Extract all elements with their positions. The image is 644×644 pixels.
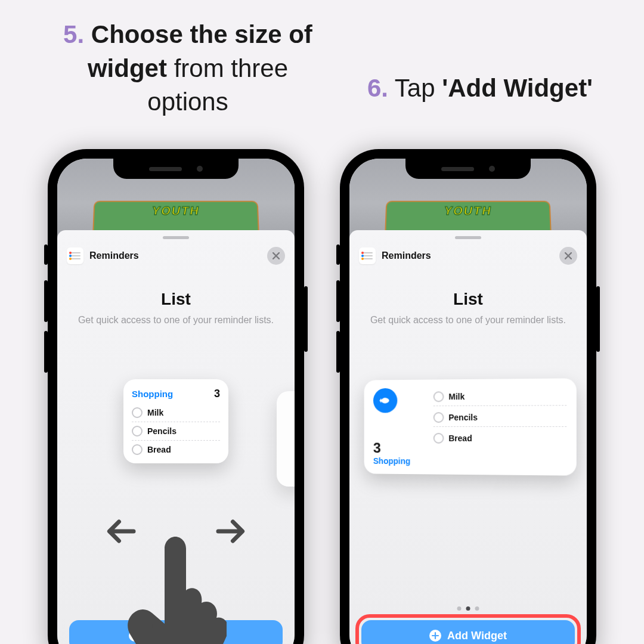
phone-mock-1: YOUTH Reminders List Get quick access to… — [48, 149, 304, 644]
plus-circle-icon — [129, 630, 141, 642]
step-6-pre: Tap — [395, 74, 435, 102]
add-widget-button[interactable]: Add Wi — [69, 620, 283, 644]
arrow-right-icon — [206, 516, 247, 546]
camera-icon — [197, 166, 203, 172]
phone-side-button — [336, 331, 340, 373]
step-5-bold-1: Choose the size of — [91, 20, 312, 48]
add-widget-label: Add Widget — [447, 630, 507, 642]
widget-sheet: Reminders List Get quick access to one o… — [57, 230, 295, 644]
phone-side-button — [44, 244, 48, 265]
list-item-label: Pencils — [147, 426, 177, 436]
arrow-left-icon — [104, 516, 146, 546]
widget-list-name: Shopping — [373, 456, 425, 466]
page-dot — [475, 606, 479, 611]
sheet-title: List — [349, 290, 587, 309]
reminders-app-icon — [67, 247, 83, 264]
phone-side-button — [596, 286, 600, 352]
widget-count: 3 — [214, 388, 220, 400]
fish-icon — [373, 388, 397, 413]
phone-side-button — [336, 280, 340, 322]
reminders-app-icon — [359, 247, 376, 264]
phone-side-button — [44, 280, 48, 322]
step-number-6: 6. — [367, 74, 388, 102]
step-5-bold-2: widget — [88, 54, 167, 82]
list-item: Pencils — [132, 422, 220, 441]
list-item: Bread — [434, 429, 567, 448]
list-item-label: Bread — [147, 445, 171, 454]
youth-label: YOUTH — [443, 205, 493, 218]
sheet-grabber[interactable] — [163, 236, 189, 239]
sheet-title: List — [57, 290, 295, 309]
list-item: Milk — [434, 387, 567, 407]
phone-side-button — [304, 286, 308, 352]
phone-screen: YOUTH Reminders List Get quick access to… — [349, 159, 587, 644]
radio-unchecked-icon — [434, 391, 444, 402]
close-icon — [273, 252, 280, 259]
sheet-description: Get quick access to one of your reminder… — [75, 314, 277, 327]
speaker-icon — [441, 167, 474, 171]
phone-notch — [113, 159, 239, 179]
radio-unchecked-icon — [132, 407, 143, 418]
phone-mock-2: YOUTH Reminders List Get quick access to… — [340, 149, 596, 644]
close-button[interactable] — [559, 247, 577, 265]
step-number-5: 5. — [63, 20, 84, 48]
next-widget-peek[interactable] — [277, 391, 295, 487]
list-item: Milk — [132, 404, 220, 422]
widget-list-name: Shopping — [132, 389, 173, 399]
phone-side-button — [336, 244, 340, 265]
add-widget-label: Add Wi — [147, 630, 184, 642]
youth-label: YOUTH — [151, 205, 201, 218]
camera-icon — [489, 166, 495, 172]
sheet-app-name: Reminders — [89, 250, 139, 261]
list-item-label: Bread — [448, 434, 472, 443]
step-6-quote: 'Add Widget' — [442, 74, 593, 102]
sheet-grabber[interactable] — [455, 236, 481, 239]
list-item: Bread — [132, 441, 220, 459]
page-dots[interactable] — [457, 606, 479, 611]
close-icon — [565, 252, 572, 259]
radio-unchecked-icon — [434, 412, 444, 423]
widget-preview-medium[interactable]: 3 Shopping Milk Pencils Bread — [364, 378, 577, 475]
page-dot — [457, 606, 462, 611]
radio-unchecked-icon — [132, 426, 143, 436]
list-item: Pencils — [434, 408, 567, 427]
close-button[interactable] — [267, 247, 285, 265]
radio-unchecked-icon — [434, 433, 444, 444]
list-item-label: Milk — [448, 392, 465, 401]
widget-count: 3 — [373, 440, 425, 457]
list-item-label: Pencils — [448, 413, 478, 422]
phone-notch — [405, 159, 531, 179]
widget-preview-small[interactable]: Shopping 3 Milk Pencils Bread — [123, 379, 228, 463]
swipe-arrows — [104, 516, 247, 546]
page-dot-active — [466, 606, 470, 611]
sheet-app-name: Reminders — [382, 250, 431, 261]
step-5-rest: from three options — [147, 54, 288, 116]
add-widget-button[interactable]: Add Widget — [361, 620, 575, 644]
speaker-icon — [149, 167, 182, 171]
phone-screen: YOUTH Reminders List Get quick access to… — [57, 159, 295, 644]
step-6-heading: 6. Tap 'Add Widget' — [340, 72, 620, 106]
phone-side-button — [44, 331, 48, 373]
plus-circle-icon — [429, 630, 441, 642]
step-5-heading: 5. Choose the size of widget from three … — [48, 18, 328, 119]
list-item-label: Milk — [147, 408, 163, 417]
widget-sheet: Reminders List Get quick access to one o… — [349, 230, 587, 644]
sheet-description: Get quick access to one of your reminder… — [367, 314, 569, 327]
radio-unchecked-icon — [132, 444, 143, 455]
